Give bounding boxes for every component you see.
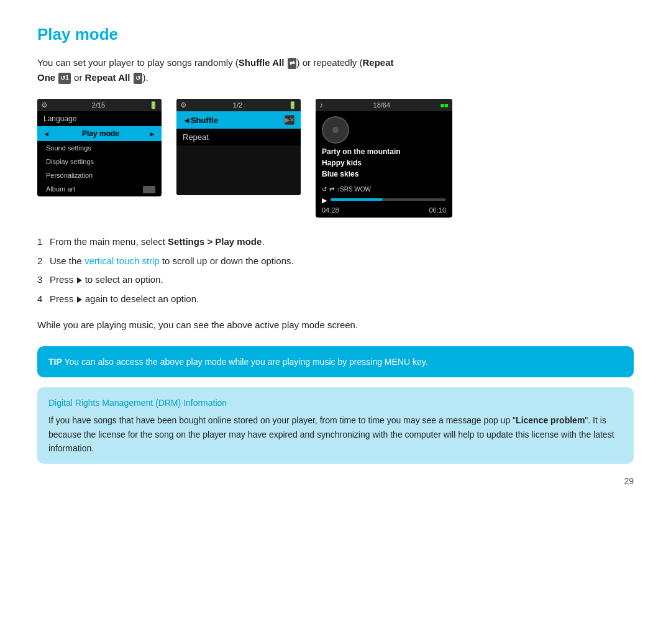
tip-text: You can also access the above play mode …: [62, 357, 428, 367]
cd-inner: [332, 127, 339, 133]
instructions-section: 1 From the main menu, select Settings > …: [37, 235, 634, 306]
screen1-header: ⚙ 2/15 🔋: [37, 99, 162, 111]
gear-icon: ⚙: [41, 101, 48, 109]
page-title: Play mode: [37, 25, 634, 44]
menu-albumart: Album art: [37, 182, 162, 196]
drm-text: If you have songs that have been bought …: [48, 413, 623, 455]
screen3-device: ♪ 18/64 ■■ Party on the mountain Happy k…: [316, 99, 452, 218]
while-text: While you are playing music, you can see…: [37, 318, 634, 333]
screen2-header: ⚙ 1/2 🔋: [176, 99, 301, 111]
screen2-counter: 1/2: [233, 101, 242, 109]
screen2-gear-icon: ⚙: [180, 101, 187, 109]
play-icon: ▶: [322, 196, 327, 205]
repeat-icon: ↺: [322, 186, 327, 193]
time-row: 04:28 06:10: [322, 206, 446, 214]
play-arrow-icon-4: [77, 297, 82, 303]
repeat-all-icon: ↺: [134, 73, 142, 84]
step-num-1: 1: [37, 235, 50, 249]
touch-strip-link: vertical touch strip: [84, 255, 160, 266]
note-icon: ♪: [319, 101, 323, 109]
shuffle-status-icon: ⇄: [329, 186, 334, 193]
repeat-one-icon: ↺1: [58, 73, 71, 84]
menu-sound: Sound settings: [37, 141, 162, 155]
shuffle-label: Shuffle: [191, 116, 218, 125]
progress-bar: [331, 198, 446, 201]
intro-paragraph: You can set your player to play songs ra…: [37, 55, 634, 85]
screens-row: ⚙ 2/15 🔋 Language Play mode Sound settin…: [37, 99, 634, 218]
menu-repeat: Repeat: [176, 129, 301, 145]
progress-fill: [331, 198, 383, 201]
screen2-battery: 🔋: [288, 101, 297, 109]
instruction-1: 1 From the main menu, select Settings > …: [37, 235, 634, 249]
album-art-area: [316, 111, 452, 146]
status-bar: ↺ ⇄ ↑SRS WOW: [316, 183, 452, 194]
menu-display: Display settings: [37, 155, 162, 168]
screen3-counter: 18/64: [373, 101, 391, 109]
play-arrow-icon-3: [77, 277, 82, 283]
screen2-device: ⚙ 1/2 🔋 ◄ Shuffle ▶✕ Repeat: [176, 99, 301, 195]
step-text-3: Press to select an option.: [50, 273, 634, 287]
step-num-2: 2: [37, 254, 50, 269]
instruction-3: 3 Press to select an option.: [37, 273, 634, 287]
step-num-4: 4: [37, 292, 50, 306]
arrow-left-icon: ◄: [183, 116, 191, 125]
screen3-battery: ■■: [440, 101, 449, 109]
page-number: 29: [37, 476, 634, 486]
instruction-4: 4 Press again to deselect an option.: [37, 292, 634, 306]
album-art: [322, 116, 349, 144]
screen1-battery: 🔋: [149, 101, 158, 109]
instruction-2: 2 Use the vertical touch strip to scroll…: [37, 254, 634, 269]
menu-playmode-selected: Play mode: [37, 126, 162, 141]
menu-language: Language: [37, 111, 162, 126]
step-text-2: Use the vertical touch strip to scroll u…: [50, 254, 634, 269]
tip-label: TIP: [48, 357, 62, 367]
srs-text: ↑SRS WOW: [337, 186, 371, 193]
time-total: 06:10: [429, 206, 446, 214]
track-item-2: Happy kids: [322, 157, 446, 168]
menu-personalization: Personalization: [37, 168, 162, 182]
screen1-device: ⚙ 2/15 🔋 Language Play mode Sound settin…: [37, 99, 162, 196]
drm-title: Digital Rights Management (DRM) Informat…: [48, 396, 623, 410]
step-num-3: 3: [37, 273, 50, 287]
screen3-header: ♪ 18/64 ■■: [316, 99, 452, 111]
track-item-3: Blue skies: [322, 168, 446, 180]
menu-shuffle-selected: ◄ Shuffle ▶✕: [176, 111, 301, 129]
screen1-counter: 2/15: [92, 101, 105, 109]
step-text-1: From the main menu, select Settings > Pl…: [50, 235, 634, 249]
track-item-1: Party on the mountain: [322, 146, 446, 157]
x-icon: ▶✕: [285, 115, 294, 125]
track-list: Party on the mountain Happy kids Blue sk…: [316, 146, 452, 183]
progress-area: ▶ 04:28 06:10: [316, 194, 452, 218]
time-current: 04:28: [322, 206, 339, 214]
shuffle-icon: ⇄: [288, 58, 296, 69]
drm-box: Digital Rights Management (DRM) Informat…: [37, 387, 634, 464]
tip-box: TIP You can also access the above play m…: [37, 346, 634, 377]
step-text-4: Press again to deselect an option.: [50, 292, 634, 306]
